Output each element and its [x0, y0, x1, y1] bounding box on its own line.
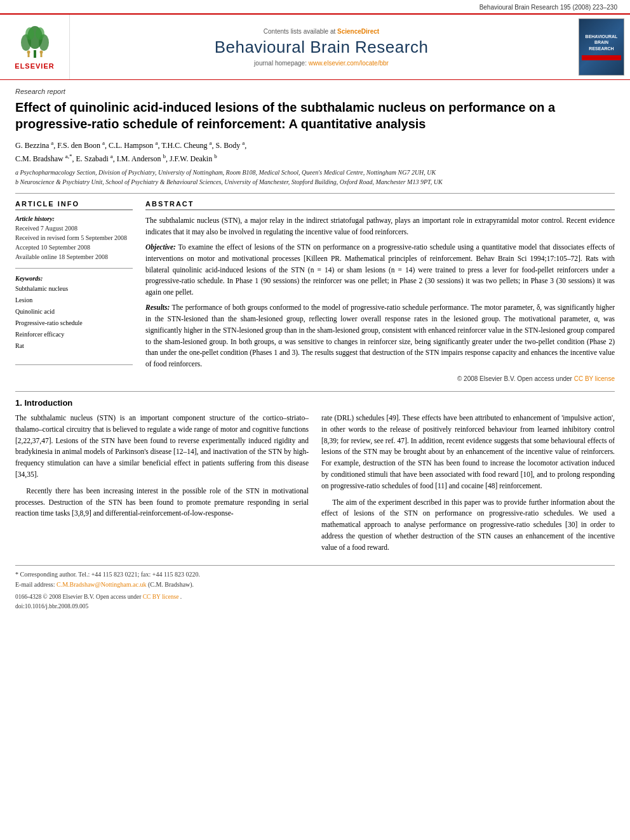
- homepage-link[interactable]: www.elsevier.com/locate/bbr: [309, 60, 389, 67]
- keyword-1: Subthalamic nucleus: [15, 283, 133, 295]
- abstract-results: Results: The performance of both groups …: [145, 302, 615, 370]
- objective-text: To examine the effect of lesions of the …: [145, 243, 615, 296]
- journal-title-area: Contents lists available at ScienceDirec…: [70, 15, 573, 79]
- journal-header: ELSEVIER Contents lists available at Sci…: [0, 13, 630, 80]
- article-info-col: ARTICLE INFO Article history: Received 7…: [15, 200, 133, 382]
- journal-ref-text: Behavioural Brain Research 195 (2008) 22…: [479, 4, 617, 11]
- cc-license-link[interactable]: CC BY license: [574, 375, 615, 382]
- svg-point-4: [25, 27, 34, 40]
- email-person: (C.M. Bradshaw).: [148, 581, 194, 588]
- authors-text: G. Bezzina a, F.S. den Boon a, C.L. Hamp…: [15, 141, 246, 150]
- abstract-header: ABSTRACT: [145, 200, 615, 210]
- abstract-intro: The subthalamic nucleus (STN), a major r…: [145, 215, 615, 238]
- keyword-6: Rat: [15, 340, 133, 352]
- issn-text: 0166-4328 © 2008 Elsevier B.V. Open acce…: [15, 594, 143, 600]
- science-direct-line: Contents lists available at ScienceDirec…: [264, 28, 379, 35]
- intro-para-2: Recently there has been increasing inter…: [15, 486, 309, 519]
- abstract-text: The subthalamic nucleus (STN), a major r…: [145, 215, 615, 370]
- cover-red-bar: [582, 55, 621, 60]
- abstract-col: ABSTRACT The subthalamic nucleus (STN), …: [145, 200, 615, 382]
- elsevier-logo-area: ELSEVIER: [0, 15, 70, 79]
- intro-left-col: The subthalamic nucleus (STN) is an impo…: [15, 413, 309, 559]
- license-period: .: [180, 594, 182, 600]
- cc-by-license[interactable]: CC BY license: [143, 594, 179, 600]
- page-container: Behavioural Brain Research 195 (2008) 22…: [0, 0, 630, 840]
- journal-reference: Behavioural Brain Research 195 (2008) 22…: [0, 0, 630, 13]
- email-address: C.M.Bradshaw@Nottingham.ac.uk: [57, 581, 146, 588]
- footnote-area: * Corresponding author. Tel.: +44 115 82…: [15, 565, 615, 611]
- article-title: Effect of quinolinic acid-induced lesion…: [15, 99, 615, 132]
- divider-info: [15, 268, 133, 269]
- keyword-5: Reinforcer efficacy: [15, 329, 133, 340]
- objective-label: Objective:: [145, 243, 176, 251]
- results-text: The performance of both groups conformed…: [145, 303, 615, 368]
- svg-rect-0: [34, 50, 36, 58]
- abstract-objective: Objective: To examine the effect of lesi…: [145, 242, 615, 298]
- affil-b: b Neuroscience & Psychiatry Unit, School…: [15, 177, 615, 187]
- available-date: Available online 18 September 2008: [15, 252, 133, 262]
- science-direct-link[interactable]: ScienceDirect: [337, 28, 379, 35]
- introduction-section: 1. Introduction The subthalamic nucleus …: [15, 391, 615, 611]
- homepage-line: journal homepage: www.elsevier.com/locat…: [254, 60, 389, 67]
- homepage-prefix: journal homepage:: [254, 60, 307, 67]
- divider-info2: [15, 364, 133, 365]
- doi-line: doi:10.1016/j.bbr.2008.09.005: [15, 602, 615, 611]
- results-label: Results:: [145, 303, 170, 311]
- copyright-text: © 2008 Elsevier B.V. Open access under: [457, 375, 572, 382]
- affil-a: a Psychopharmacology Section, Division o…: [15, 168, 615, 177]
- copyright-line: © 2008 Elsevier B.V. Open access under C…: [145, 375, 615, 382]
- corresponding-author-text: Corresponding author. Tel.: +44 115 823 …: [20, 571, 201, 578]
- science-direct-prefix: Contents lists available at: [264, 28, 335, 35]
- intro-para-3: rate (DRL) schedules [49]. These effects…: [321, 413, 615, 492]
- email-note: E-mail address: C.M.Bradshaw@Nottingham.…: [15, 580, 615, 590]
- email-label: E-mail address:: [15, 581, 57, 588]
- svg-point-5: [36, 27, 44, 40]
- elsevier-label: ELSEVIER: [15, 62, 54, 70]
- divider-1: [15, 193, 615, 194]
- keyword-2: Lesion: [15, 295, 133, 306]
- intro-title: Introduction: [24, 398, 72, 408]
- received-date: Received 7 August 2008: [15, 223, 133, 233]
- doi-text: doi:10.1016/j.bbr.2008.09.005: [15, 603, 88, 610]
- section-type: Research report: [15, 88, 615, 95]
- info-abstract-columns: ARTICLE INFO Article history: Received 7…: [15, 200, 615, 382]
- intro-body-columns: The subthalamic nucleus (STN) is an impo…: [15, 413, 615, 559]
- journal-cover-area: BEHAVIOURALBRAINRESEARCH: [573, 15, 630, 79]
- authors-line2: C.M. Bradshaw a,*, E. Szabadi a, I.M. An…: [15, 154, 217, 163]
- article-info-header: ARTICLE INFO: [15, 200, 133, 210]
- abstract-intro-text: The subthalamic nucleus (STN), a major r…: [145, 217, 615, 236]
- keyword-3: Quinolinic acid: [15, 306, 133, 317]
- svg-point-6: [27, 50, 30, 53]
- intro-para-1: The subthalamic nucleus (STN) is an impo…: [15, 413, 309, 481]
- history-label: Article history:: [15, 215, 133, 222]
- svg-rect-8: [27, 53, 29, 57]
- intro-heading: 1. Introduction: [15, 398, 615, 408]
- affiliations: a Psychopharmacology Section, Division o…: [15, 168, 615, 187]
- intro-right-col: rate (DRL) schedules [49]. These effects…: [321, 413, 615, 559]
- license-line: 0166-4328 © 2008 Elsevier B.V. Open acce…: [15, 592, 615, 602]
- intro-number: 1.: [15, 398, 22, 408]
- corresponding-author-note: * Corresponding author. Tel.: +44 115 82…: [15, 570, 615, 580]
- accepted-date: Accepted 10 September 2008: [15, 243, 133, 252]
- journal-cover-box: BEHAVIOURALBRAINRESEARCH: [579, 18, 624, 76]
- keyword-4: Progressive-ratio schedule: [15, 317, 133, 329]
- keywords-label: Keywords:: [15, 275, 133, 282]
- authors-line: G. Bezzina a, F.S. den Boon a, C.L. Hamp…: [15, 138, 615, 165]
- svg-point-7: [39, 50, 43, 53]
- elsevier-tree-icon: [16, 25, 54, 60]
- main-content: Research report Effect of quinolinic aci…: [0, 80, 630, 619]
- intro-para-4: The aim of the experiment described in t…: [321, 497, 615, 554]
- journal-main-title: Behavioural Brain Research: [215, 37, 429, 57]
- svg-rect-9: [40, 53, 42, 57]
- revised-date: Received in revised form 5 September 200…: [15, 233, 133, 243]
- keywords-list: Subthalamic nucleus Lesion Quinolinic ac…: [15, 283, 133, 352]
- cover-text-line1: BEHAVIOURALBRAINRESEARCH: [586, 34, 618, 51]
- footnote-star: *: [15, 571, 20, 578]
